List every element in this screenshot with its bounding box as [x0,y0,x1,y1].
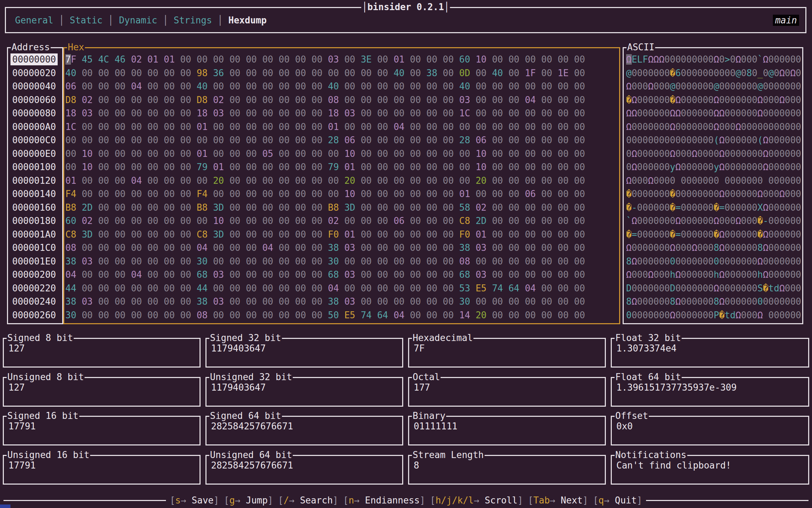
tab-strings[interactable]: Strings [174,15,212,26]
hex-byte: 00 [476,296,492,307]
ascii-char: 0 [708,175,714,186]
tab-hexdump[interactable]: Hexdump [229,15,267,26]
hex-byte: 03 [82,108,98,118]
hex-byte: 00 [492,229,508,240]
ascii-char: 0 [708,202,714,213]
ascii-char: 0 [752,68,757,78]
ascii-char: � [714,229,719,240]
hex-byte: 00 [164,148,180,159]
ascii-char: 0 [768,148,774,159]
ascii-char: 0 [703,162,708,172]
ascii-char: 0 [665,296,670,307]
ascii-char: 0 [796,229,801,240]
keybinding-quit[interactable]: [q→ Quit] [593,495,642,506]
hex-byte: 00 [344,68,361,78]
ascii-char: 0 [708,242,714,253]
inspector-title: Octal [412,371,441,383]
ascii-char: 0 [648,189,654,199]
ascii-row: 0Ω000000Ω000Ω0000Ω0000000Ω000000 [626,147,805,161]
hex-byte: 00 [147,216,164,226]
hex-byte: 98 [197,68,213,78]
ascii-char: 0 [730,81,735,92]
ascii-char: 0 [643,81,648,92]
keybinding-next[interactable]: [Tab→ Next] [528,495,588,506]
hex-byte: 00 [574,175,585,186]
hex-row: B8 2D 00 00 00 00 00 00 B8 3D 00 00 00 0… [65,201,620,215]
keybinding-scroll[interactable]: [h/j/k/l→ Scroll] [430,495,523,506]
hex-byte: 00 [312,229,328,240]
hex-byte: 01 [197,122,213,132]
hex-byte: 00 [115,269,131,280]
ascii-char: 0 [796,216,801,226]
hex-byte: 00 [377,296,393,307]
ascii-char: 0 [643,256,648,267]
ascii-row: 0000000000000000(Ω000000(Ω000000 [626,133,805,147]
keybinding-save[interactable]: [s→ Save] [170,495,219,506]
hex-byte: 00 [393,269,410,280]
hex-byte: 03 [459,95,476,105]
tab-static[interactable]: Static [70,15,103,26]
tab-general[interactable]: General [15,15,53,26]
ascii-char: 0 [768,189,774,199]
ascii-char: 0 [643,148,648,159]
hex-byte: 00 [377,122,393,132]
hex-byte: B8 [65,202,82,213]
ascii-char: Ω [626,269,632,280]
ascii-char: 0 [697,54,703,65]
ascii-char: Ω [714,54,719,65]
hex-byte: 1F [525,68,541,78]
ascii-char: 0 [653,175,659,186]
arrow-icon: → [550,495,556,506]
ascii-char: 0 [768,216,774,226]
ascii-char: 0 [763,108,768,118]
hex-byte: 00 [443,256,459,267]
hex-byte: 00 [361,81,377,92]
hex-byte: 00 [558,122,574,132]
address-cell: 00000180 [10,215,58,227]
bracket: ] [268,495,273,506]
ascii-char: 0 [746,229,752,240]
arrow-icon: → [289,495,295,506]
ascii-char: 0 [790,229,796,240]
hex-byte: 00 [295,95,312,105]
ascii-char: D [670,283,675,293]
hex-byte: 00 [131,108,147,118]
keybinding-jump[interactable]: [g→ Jump] [224,495,273,506]
hex-byte: 60 [65,216,82,226]
ascii-char: 0 [774,269,780,280]
hex-byte: 00 [230,108,246,118]
ascii-char: 0 [692,256,697,267]
ascii-char: Ω [648,54,654,65]
ascii-char: 0 [675,54,681,65]
hex-byte: 00 [180,122,197,132]
hex-byte: 00 [147,202,164,213]
hex-byte: 00 [164,162,180,172]
ascii-char: 0 [741,296,747,307]
ascii-char: 0 [785,162,790,172]
ascii-char: 0 [725,256,730,267]
hex-byte: 01 [393,54,410,65]
ascii-char: 0 [735,296,741,307]
hex-byte: 00 [246,81,262,92]
ascii-char: 0 [730,122,735,132]
ascii-char: 0 [703,242,708,253]
hex-byte: 00 [164,135,180,145]
hex-row: 40 00 00 00 00 00 00 00 98 36 00 00 00 0… [65,66,620,80]
ascii-char: 0 [686,135,692,145]
hex-byte: 03 [344,296,361,307]
keybinding-search[interactable]: [/→ Search] [278,495,338,506]
bracket: [ [343,495,349,506]
ascii-char: 0 [774,202,780,213]
ascii-char: 0 [730,296,735,307]
tab-dynamic[interactable]: Dynamic [119,15,157,26]
hex-byte: 50 [328,310,345,320]
keybinding-endianness[interactable]: [n→ Endianness] [343,495,425,506]
hex-byte: 00 [426,189,443,199]
ascii-char: 0 [725,162,730,172]
hex-row: 00 10 00 00 00 00 00 00 79 01 00 00 00 0… [65,160,620,174]
hex-panel[interactable]: Hex 7F 45 4C 46 02 01 01 00 00 00 00 00 … [63,47,620,324]
hex-byte: 08 [65,242,82,253]
ascii-char: 0 [686,95,692,105]
ascii-char: 0 [725,122,730,132]
hex-byte: 00 [180,283,197,293]
